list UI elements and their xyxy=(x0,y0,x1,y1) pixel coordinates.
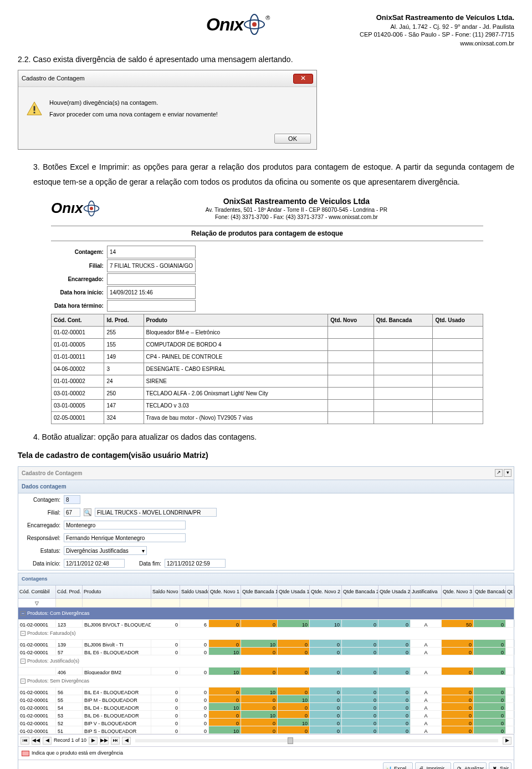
pager-scrollbar[interactable] xyxy=(135,739,498,742)
grid-col-header[interactable]: Qtde Usada 1 xyxy=(278,585,310,599)
section-3: 3. Botões Excel e Imprimir: as opções pa… xyxy=(33,160,514,189)
grid-col-header[interactable]: Qt xyxy=(506,585,515,599)
grid-col-header[interactable]: Saldo Novo xyxy=(151,585,180,599)
excel-icon: 📊 xyxy=(386,766,392,769)
company-site: www.onixsat.com.br xyxy=(360,39,514,47)
grid-group-row[interactable]: −Produtos: Sem Divergêncas xyxy=(18,675,514,687)
grid-col-header[interactable]: Cód. Contábil xyxy=(18,585,56,599)
imprimir-button[interactable]: 🖨Imprimir... xyxy=(415,762,451,769)
grid-filter-cell[interactable] xyxy=(209,599,241,608)
expander-icon[interactable]: − xyxy=(21,679,25,684)
pager-nextpage-icon[interactable]: ▶▶ xyxy=(100,737,109,745)
encarregado-field[interactable]: Montenegro xyxy=(64,521,186,529)
search-icon[interactable]: 🔍 xyxy=(84,508,91,516)
filial-name-field: FILIAL TRUCKS - MOVEL LONDRINA/PR xyxy=(95,508,217,517)
grid-col-header[interactable]: Saldo Usado xyxy=(180,585,209,599)
grid-data-row[interactable]: 01-02-0000155BIP M - BLOQUEADOR000010000… xyxy=(18,695,514,703)
sair-button[interactable]: ✖Sair xyxy=(489,762,511,769)
dropdown-icon[interactable]: ▾ xyxy=(504,469,511,477)
report-col-header: Qtd. Novo xyxy=(328,314,374,327)
grid-group-row[interactable]: −Produtos: Com Divergêncas xyxy=(18,608,514,620)
grid-group-row[interactable]: −Produtos: Justificado(s) xyxy=(18,655,514,668)
grid-data-row[interactable]: 01-02-0000157BIL E6 - BLOQUEADOR00100000… xyxy=(18,648,514,655)
grid-filter-cell[interactable] xyxy=(342,599,378,608)
grid-panel-title: Contagens xyxy=(18,573,514,585)
grid-data-row[interactable]: 406Bloqueador BM2001000000A00 xyxy=(18,668,514,675)
contagem-field[interactable]: 8 xyxy=(64,495,80,504)
page-header: Onıx ® OnixSat Rastreamento de Veículos … xyxy=(18,13,514,48)
grid-filter-row[interactable]: ▽ xyxy=(18,599,514,608)
grid-pager[interactable]: ⏮ ◀◀ ◀ Record 1 of 10 ▶ ▶▶ ⏭ ◀ ▶ xyxy=(18,734,514,746)
grid-filter-cell[interactable] xyxy=(278,599,310,608)
grid-filter-cell[interactable] xyxy=(310,599,342,608)
report-row: 02-05-00001324Trava de bau motor - (Novo… xyxy=(52,412,483,424)
grid-data-row[interactable]: 01-02-00001123BLJ006 BIVOLT - BLOQUEADOR… xyxy=(18,620,514,628)
grid-filter-cell[interactable] xyxy=(180,599,209,608)
estatus-select[interactable]: Divergências Justificadas▾ xyxy=(64,546,147,555)
inicio-field[interactable]: 12/11/2012 02:48 xyxy=(64,559,125,568)
grid-col-header[interactable]: Qtde Usada 2 xyxy=(378,585,411,599)
fim-field[interactable]: 12/11/2012 02:59 xyxy=(165,559,226,568)
expander-icon[interactable]: − xyxy=(21,659,25,664)
grid-filter-cell[interactable] xyxy=(378,599,411,608)
grid-data-row[interactable]: 01-02-0000153BIL D6 - BLOQUEADOR00010000… xyxy=(18,711,514,719)
grid-filter-cell[interactable] xyxy=(151,599,180,608)
grid-col-header[interactable]: Produto xyxy=(83,585,151,599)
grid-filter-cell[interactable] xyxy=(83,599,151,608)
grid-data-row[interactable]: 01-02-0000151BIP S - BLOQUEADOR001000000… xyxy=(18,726,514,734)
grid-col-header[interactable]: Qtde. Novo 2 xyxy=(310,585,342,599)
section-form-title: Tela de cadastro de contagem(visão usuár… xyxy=(18,448,514,463)
report-contact: Fone: (43) 3371-3700 - Fax: (43) 3371-37… xyxy=(110,213,483,221)
report-table: Cód. Cont.Id. Prod.ProdutoQtd. NovoQtd. … xyxy=(51,314,483,424)
logo-ring-icon xyxy=(243,13,265,35)
svg-rect-4 xyxy=(34,112,35,114)
legend-text: Indica que o produto está em divergência xyxy=(32,748,123,758)
grid-filter-cell[interactable] xyxy=(442,599,474,608)
print-report: Onıx OnixSat Rastreamento de Veiculos Lt… xyxy=(51,195,483,424)
grid-filter-cell[interactable] xyxy=(411,599,442,608)
pager-prev-icon[interactable]: ◀ xyxy=(43,737,52,745)
filial-code-field[interactable]: 67 xyxy=(64,508,80,517)
grid-filter-cell[interactable] xyxy=(241,599,278,608)
report-row: 01-01-00011149CP4 - PAINEL DE CONTROLE xyxy=(52,351,483,363)
grid-col-header[interactable]: Qtde Bancada 1 xyxy=(241,585,278,599)
close-icon[interactable]: ✕ xyxy=(293,74,313,84)
grid-filter-cell[interactable] xyxy=(56,599,83,608)
expander-icon[interactable]: − xyxy=(21,611,25,616)
grid-data-row[interactable]: 01-02-00001139BLJ006 Bivolt - TI00010000… xyxy=(18,640,514,648)
alert-dialog: Cadastro de Contagem ✕ Houve(ram) divegê… xyxy=(18,70,317,150)
report-row: 01-02-00001255Bloqueador BM-e – Eletrôni… xyxy=(52,327,483,339)
grid-filter-cell[interactable]: ▽ xyxy=(18,599,56,608)
grid-filter-cell[interactable] xyxy=(474,599,506,608)
pager-prevpage-icon[interactable]: ◀◀ xyxy=(32,737,40,745)
exit-icon: ✖ xyxy=(492,766,498,769)
pager-last-icon[interactable]: ⏭ xyxy=(111,737,120,745)
responsavel-label: Responsável: xyxy=(22,533,60,543)
report-row: 01-01-00005155COMPUTADOR DE BORDO 4 xyxy=(52,339,483,351)
grid-col-header[interactable]: Cód. Prod. xyxy=(56,585,83,599)
pager-next-icon[interactable]: ▶ xyxy=(89,737,98,745)
grid-group-row[interactable]: −Produtos: Faturado(s) xyxy=(18,628,514,640)
pager-refresh-icon[interactable]: ◀ xyxy=(122,737,131,745)
responsavel-field[interactable]: Fernando Henrique Montenegro xyxy=(64,533,186,542)
grid-col-header[interactable]: Qtde. Novo 1 xyxy=(209,585,241,599)
ok-button[interactable]: OK xyxy=(274,134,311,144)
grid-data-row[interactable]: 01-02-0000152BIP V - BLOQUEADOR000010000… xyxy=(18,719,514,726)
svg-point-2 xyxy=(252,22,257,27)
company-addr1: Al. Jaú, 1.742 - Cj. 92 - 9º andar - Jd.… xyxy=(360,23,514,30)
grid-col-header[interactable]: Qtde Bancada 2 xyxy=(342,585,378,599)
expander-icon[interactable]: − xyxy=(21,631,25,636)
grid-col-header[interactable]: Justificativa xyxy=(411,585,442,599)
restore-icon[interactable]: ↗ xyxy=(495,469,503,477)
encarregado-label: Encarregado: xyxy=(22,520,60,531)
atualizar-button[interactable]: ⟳Atualizar xyxy=(453,762,487,769)
excel-button[interactable]: 📊Excel... xyxy=(383,762,413,769)
pager-first-icon[interactable]: ⏮ xyxy=(21,737,29,745)
grid-col-header[interactable]: Qtde Bancada 3 xyxy=(474,585,506,599)
grid-col-header[interactable]: Qtde. Novo 3 xyxy=(442,585,474,599)
grid-data-row[interactable]: 01-02-0000154BIL D4 - BLOQUEADOR00100000… xyxy=(18,703,514,711)
grid-data-row[interactable]: 01-02-0000156BIL E4 - BLOQUEADOR00010000… xyxy=(18,687,514,695)
grid-filter-cell[interactable] xyxy=(506,599,515,608)
dialog-titlebar: Cadastro de Contagem ✕ xyxy=(18,70,316,87)
pager-end-icon[interactable]: ▶ xyxy=(503,737,511,745)
